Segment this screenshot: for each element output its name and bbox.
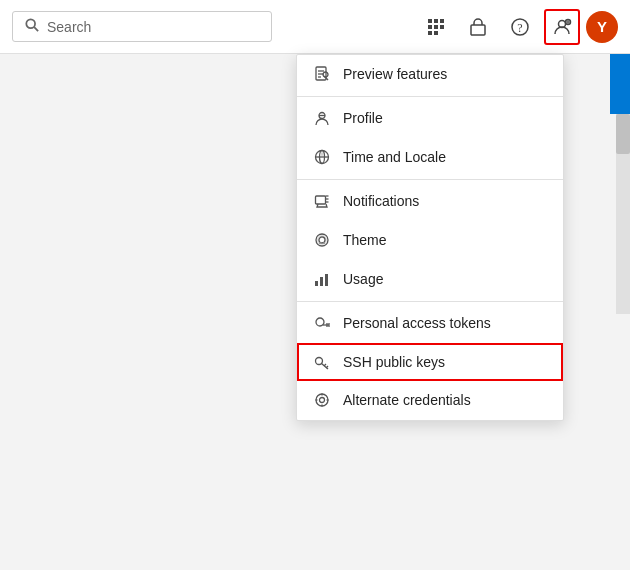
svg-rect-38: [325, 274, 328, 286]
time-locale-label: Time and Locale: [343, 149, 446, 165]
menu-item-notifications[interactable]: Notifications: [297, 182, 563, 221]
svg-rect-6: [434, 25, 438, 29]
preview-features-icon: [313, 65, 331, 83]
time-locale-icon: [313, 148, 331, 166]
svg-rect-8: [428, 31, 432, 35]
scrollbar-thumb[interactable]: [616, 114, 630, 154]
svg-text:?: ?: [517, 21, 522, 35]
menu-item-alternate-credentials[interactable]: Alternate credentials: [297, 381, 563, 420]
profile-icon: [313, 109, 331, 127]
svg-rect-4: [440, 19, 444, 23]
usage-icon: [313, 270, 331, 288]
svg-rect-37: [320, 277, 323, 286]
main-area: Preview features Profile: [0, 54, 630, 570]
usage-label: Usage: [343, 271, 383, 287]
search-box[interactable]: Search: [12, 11, 272, 42]
svg-point-39: [316, 318, 324, 326]
svg-point-0: [26, 19, 35, 28]
boards-icon-button[interactable]: [418, 9, 454, 45]
menu-item-theme[interactable]: Theme: [297, 221, 563, 260]
svg-rect-3: [434, 19, 438, 23]
svg-rect-5: [428, 25, 432, 29]
notifications-label: Notifications: [343, 193, 419, 209]
svg-rect-7: [440, 25, 444, 29]
svg-point-33: [319, 242, 321, 244]
preview-features-label: Preview features: [343, 66, 447, 82]
svg-point-46: [316, 394, 328, 406]
user-dropdown-menu: Preview features Profile: [296, 54, 564, 421]
theme-label: Theme: [343, 232, 387, 248]
svg-rect-10: [471, 25, 485, 35]
svg-rect-9: [434, 31, 438, 35]
svg-line-44: [324, 364, 326, 366]
svg-point-43: [316, 358, 323, 365]
avatar-button[interactable]: Y: [586, 11, 618, 43]
menu-item-preview-features[interactable]: Preview features: [297, 55, 563, 94]
personal-access-tokens-icon: [313, 314, 331, 332]
menu-item-personal-access-tokens[interactable]: Personal access tokens: [297, 304, 563, 343]
search-icon: [25, 18, 39, 35]
svg-line-45: [326, 366, 328, 368]
theme-icon: [313, 231, 331, 249]
svg-point-34: [323, 242, 325, 244]
svg-rect-2: [428, 19, 432, 23]
topbar: Search ?: [0, 0, 630, 54]
blue-accent-bar: [610, 54, 630, 114]
svg-point-47: [320, 398, 325, 403]
svg-point-35: [321, 236, 323, 238]
menu-item-usage[interactable]: Usage: [297, 260, 563, 299]
divider-3: [297, 301, 563, 302]
ssh-public-keys-label: SSH public keys: [343, 354, 445, 370]
topbar-icons: ? Y: [418, 9, 618, 45]
notifications-icon: [313, 192, 331, 210]
alternate-credentials-icon: [313, 391, 331, 409]
menu-item-profile[interactable]: Profile: [297, 99, 563, 138]
divider-1: [297, 96, 563, 97]
scrollbar-track[interactable]: [616, 114, 630, 314]
user-settings-icon-button[interactable]: [544, 9, 580, 45]
search-placeholder: Search: [47, 19, 91, 35]
cart-icon-button[interactable]: [460, 9, 496, 45]
svg-rect-27: [316, 196, 326, 204]
svg-rect-36: [315, 281, 318, 286]
alternate-credentials-label: Alternate credentials: [343, 392, 471, 408]
menu-item-ssh-public-keys[interactable]: SSH public keys: [297, 343, 563, 381]
profile-label: Profile: [343, 110, 383, 126]
ssh-public-keys-icon: [313, 353, 331, 371]
personal-access-tokens-label: Personal access tokens: [343, 315, 491, 331]
help-icon-button[interactable]: ?: [502, 9, 538, 45]
divider-2: [297, 179, 563, 180]
menu-item-time-locale[interactable]: Time and Locale: [297, 138, 563, 177]
svg-line-1: [34, 27, 38, 31]
